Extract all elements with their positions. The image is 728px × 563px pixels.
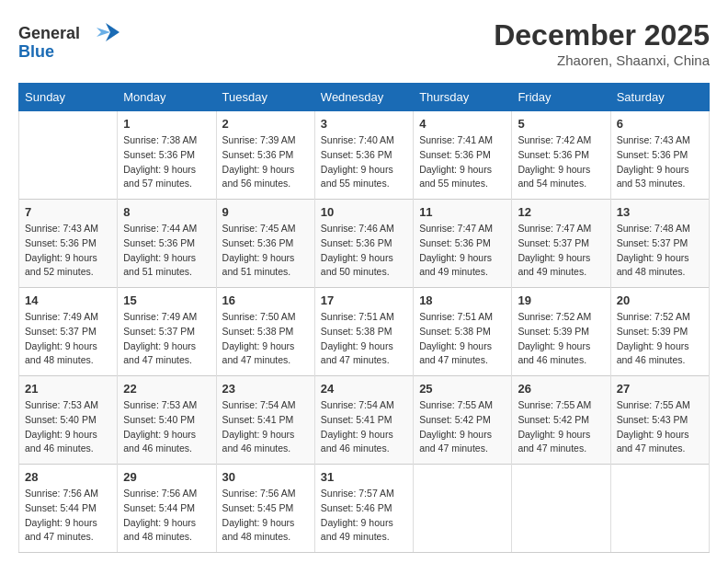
day-number: 17 bbox=[321, 293, 407, 307]
calendar-cell: 20Sunrise: 7:52 AM Sunset: 5:39 PM Dayli… bbox=[610, 288, 709, 376]
day-number: 14 bbox=[25, 293, 111, 307]
day-number: 26 bbox=[518, 382, 604, 396]
day-info: Sunrise: 7:51 AM Sunset: 5:38 PM Dayligh… bbox=[321, 310, 407, 368]
day-of-week-header: Sunday bbox=[19, 84, 118, 111]
calendar-cell: 13Sunrise: 7:48 AM Sunset: 5:37 PM Dayli… bbox=[610, 200, 709, 288]
calendar-cell bbox=[512, 465, 610, 553]
calendar-header: SundayMondayTuesdayWednesdayThursdayFrid… bbox=[19, 84, 710, 111]
calendar-cell: 10Sunrise: 7:46 AM Sunset: 5:36 PM Dayli… bbox=[314, 200, 413, 288]
calendar-cell: 15Sunrise: 7:49 AM Sunset: 5:37 PM Dayli… bbox=[118, 288, 216, 376]
day-info: Sunrise: 7:53 AM Sunset: 5:40 PM Dayligh… bbox=[123, 398, 210, 456]
day-info: Sunrise: 7:51 AM Sunset: 5:38 PM Dayligh… bbox=[419, 310, 506, 368]
day-info: Sunrise: 7:49 AM Sunset: 5:37 PM Dayligh… bbox=[25, 310, 111, 368]
day-number: 22 bbox=[123, 382, 210, 396]
day-of-week-header: Tuesday bbox=[216, 84, 314, 111]
calendar-cell bbox=[414, 465, 512, 553]
day-info: Sunrise: 7:52 AM Sunset: 5:39 PM Dayligh… bbox=[518, 310, 604, 368]
calendar-week-row: 1Sunrise: 7:38 AM Sunset: 5:36 PM Daylig… bbox=[19, 111, 710, 200]
calendar-cell: 28Sunrise: 7:56 AM Sunset: 5:44 PM Dayli… bbox=[19, 465, 118, 553]
day-of-week-header: Thursday bbox=[414, 84, 512, 111]
day-info: Sunrise: 7:55 AM Sunset: 5:43 PM Dayligh… bbox=[617, 398, 703, 456]
calendar-cell: 24Sunrise: 7:54 AM Sunset: 5:41 PM Dayli… bbox=[314, 376, 413, 465]
svg-marker-3 bbox=[97, 28, 110, 37]
day-info: Sunrise: 7:40 AM Sunset: 5:36 PM Dayligh… bbox=[321, 133, 407, 191]
day-info: Sunrise: 7:45 AM Sunset: 5:36 PM Dayligh… bbox=[222, 222, 309, 280]
calendar-cell: 1Sunrise: 7:38 AM Sunset: 5:36 PM Daylig… bbox=[118, 111, 216, 200]
day-number: 27 bbox=[617, 382, 703, 396]
calendar-cell: 5Sunrise: 7:42 AM Sunset: 5:36 PM Daylig… bbox=[512, 111, 610, 200]
calendar-week-row: 14Sunrise: 7:49 AM Sunset: 5:37 PM Dayli… bbox=[19, 288, 710, 376]
day-number: 23 bbox=[222, 382, 309, 396]
calendar-cell: 14Sunrise: 7:49 AM Sunset: 5:37 PM Dayli… bbox=[19, 288, 118, 376]
day-number: 4 bbox=[419, 117, 506, 131]
day-info: Sunrise: 7:53 AM Sunset: 5:40 PM Dayligh… bbox=[25, 398, 111, 456]
day-number: 6 bbox=[617, 117, 703, 131]
day-info: Sunrise: 7:56 AM Sunset: 5:44 PM Dayligh… bbox=[25, 487, 111, 545]
day-number: 5 bbox=[518, 117, 604, 131]
day-number: 9 bbox=[222, 205, 309, 219]
day-of-week-header: Monday bbox=[118, 84, 216, 111]
day-number: 25 bbox=[419, 382, 506, 396]
calendar-cell: 17Sunrise: 7:51 AM Sunset: 5:38 PM Dayli… bbox=[314, 288, 413, 376]
day-info: Sunrise: 7:43 AM Sunset: 5:36 PM Dayligh… bbox=[617, 133, 703, 191]
calendar-cell: 19Sunrise: 7:52 AM Sunset: 5:39 PM Dayli… bbox=[512, 288, 610, 376]
day-number: 15 bbox=[123, 293, 210, 307]
day-number: 7 bbox=[25, 205, 111, 219]
day-info: Sunrise: 7:56 AM Sunset: 5:45 PM Dayligh… bbox=[222, 487, 309, 545]
calendar-cell bbox=[19, 111, 118, 200]
day-info: Sunrise: 7:46 AM Sunset: 5:36 PM Dayligh… bbox=[321, 222, 407, 280]
day-info: Sunrise: 7:56 AM Sunset: 5:44 PM Dayligh… bbox=[123, 487, 210, 545]
day-info: Sunrise: 7:54 AM Sunset: 5:41 PM Dayligh… bbox=[321, 398, 407, 456]
day-of-week-header: Friday bbox=[512, 84, 610, 111]
day-number: 8 bbox=[123, 205, 210, 219]
day-number: 2 bbox=[222, 117, 309, 131]
month-title: December 2025 bbox=[494, 18, 710, 52]
day-info: Sunrise: 7:49 AM Sunset: 5:37 PM Dayligh… bbox=[123, 310, 210, 368]
calendar-cell: 8Sunrise: 7:44 AM Sunset: 5:36 PM Daylig… bbox=[118, 200, 216, 288]
calendar-cell: 27Sunrise: 7:55 AM Sunset: 5:43 PM Dayli… bbox=[610, 376, 709, 465]
logo-text: General Blue bbox=[18, 18, 119, 68]
day-number: 29 bbox=[123, 470, 210, 484]
day-info: Sunrise: 7:55 AM Sunset: 5:42 PM Dayligh… bbox=[518, 398, 604, 456]
calendar-cell: 4Sunrise: 7:41 AM Sunset: 5:36 PM Daylig… bbox=[414, 111, 512, 200]
calendar-week-row: 7Sunrise: 7:43 AM Sunset: 5:36 PM Daylig… bbox=[19, 200, 710, 288]
day-info: Sunrise: 7:39 AM Sunset: 5:36 PM Dayligh… bbox=[222, 133, 309, 191]
svg-text:Blue: Blue bbox=[18, 42, 54, 61]
day-number: 16 bbox=[222, 293, 309, 307]
day-info: Sunrise: 7:44 AM Sunset: 5:36 PM Dayligh… bbox=[123, 222, 210, 280]
calendar-cell: 31Sunrise: 7:57 AM Sunset: 5:46 PM Dayli… bbox=[314, 465, 413, 553]
calendar-cell: 9Sunrise: 7:45 AM Sunset: 5:36 PM Daylig… bbox=[216, 200, 314, 288]
calendar-cell: 29Sunrise: 7:56 AM Sunset: 5:44 PM Dayli… bbox=[118, 465, 216, 553]
calendar-cell: 18Sunrise: 7:51 AM Sunset: 5:38 PM Dayli… bbox=[414, 288, 512, 376]
calendar-cell: 3Sunrise: 7:40 AM Sunset: 5:36 PM Daylig… bbox=[314, 111, 413, 200]
day-number: 10 bbox=[321, 205, 407, 219]
svg-text:General: General bbox=[18, 24, 80, 42]
day-info: Sunrise: 7:52 AM Sunset: 5:39 PM Dayligh… bbox=[617, 310, 703, 368]
day-number: 18 bbox=[419, 293, 506, 307]
day-info: Sunrise: 7:47 AM Sunset: 5:37 PM Dayligh… bbox=[518, 222, 604, 280]
day-info: Sunrise: 7:57 AM Sunset: 5:46 PM Dayligh… bbox=[321, 487, 407, 545]
day-of-week-header: Saturday bbox=[610, 84, 709, 111]
day-info: Sunrise: 7:48 AM Sunset: 5:37 PM Dayligh… bbox=[617, 222, 703, 280]
calendar-cell: 11Sunrise: 7:47 AM Sunset: 5:36 PM Dayli… bbox=[414, 200, 512, 288]
calendar-cell: 30Sunrise: 7:56 AM Sunset: 5:45 PM Dayli… bbox=[216, 465, 314, 553]
calendar-cell: 26Sunrise: 7:55 AM Sunset: 5:42 PM Dayli… bbox=[512, 376, 610, 465]
day-of-week-header: Wednesday bbox=[314, 84, 413, 111]
calendar-cell: 7Sunrise: 7:43 AM Sunset: 5:36 PM Daylig… bbox=[19, 200, 118, 288]
day-number: 12 bbox=[518, 205, 604, 219]
day-number: 20 bbox=[617, 293, 703, 307]
calendar-table: SundayMondayTuesdayWednesdayThursdayFrid… bbox=[18, 83, 710, 553]
day-number: 19 bbox=[518, 293, 604, 307]
day-info: Sunrise: 7:43 AM Sunset: 5:36 PM Dayligh… bbox=[25, 222, 111, 280]
calendar-cell: 21Sunrise: 7:53 AM Sunset: 5:40 PM Dayli… bbox=[19, 376, 118, 465]
title-block: December 2025 Zhaoren, Shaanxi, China bbox=[494, 18, 710, 68]
day-info: Sunrise: 7:50 AM Sunset: 5:38 PM Dayligh… bbox=[222, 310, 309, 368]
calendar-cell: 16Sunrise: 7:50 AM Sunset: 5:38 PM Dayli… bbox=[216, 288, 314, 376]
calendar-cell: 23Sunrise: 7:54 AM Sunset: 5:41 PM Dayli… bbox=[216, 376, 314, 465]
day-info: Sunrise: 7:47 AM Sunset: 5:36 PM Dayligh… bbox=[419, 222, 506, 280]
day-info: Sunrise: 7:41 AM Sunset: 5:36 PM Dayligh… bbox=[419, 133, 506, 191]
calendar-cell: 2Sunrise: 7:39 AM Sunset: 5:36 PM Daylig… bbox=[216, 111, 314, 200]
day-number: 24 bbox=[321, 382, 407, 396]
logo: General Blue bbox=[18, 18, 119, 68]
day-info: Sunrise: 7:38 AM Sunset: 5:36 PM Dayligh… bbox=[123, 133, 210, 191]
